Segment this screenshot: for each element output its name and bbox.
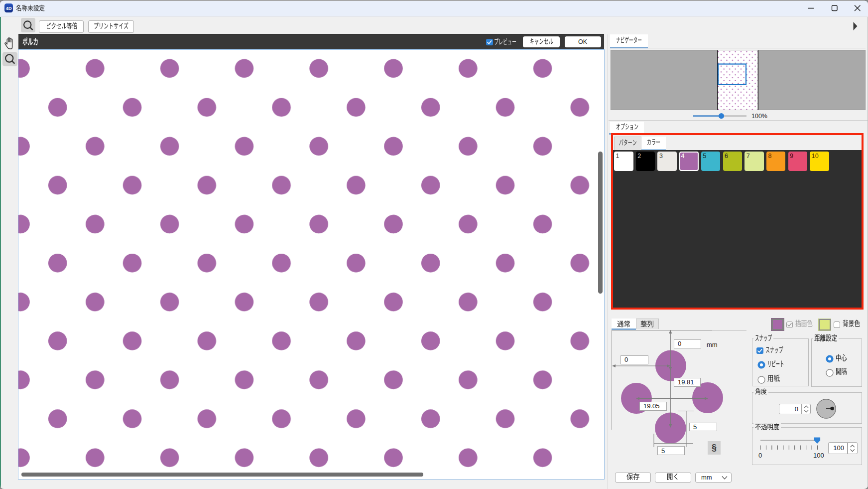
svg-text:4D: 4D [5, 5, 11, 11]
